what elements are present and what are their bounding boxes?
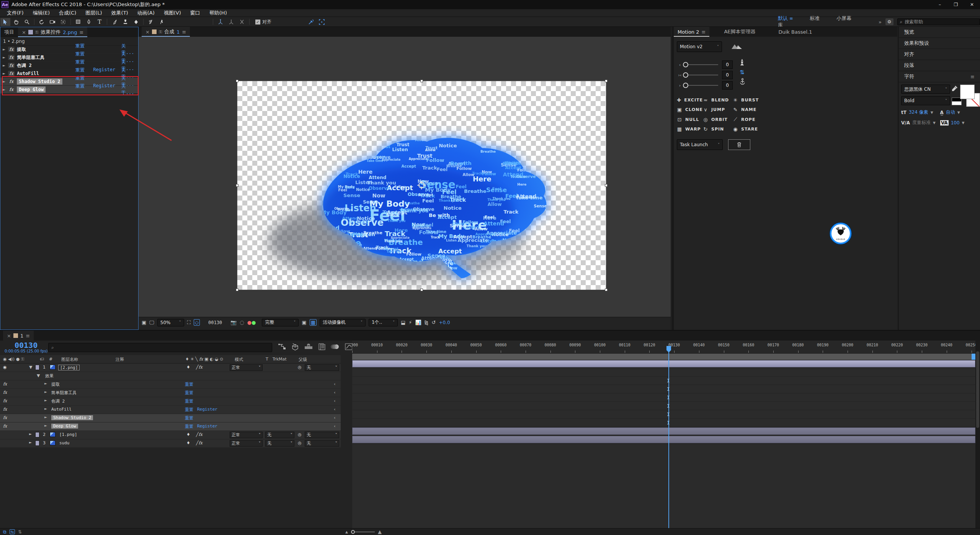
label-color-chip[interactable] <box>35 365 39 370</box>
fill-color-swatch[interactable] <box>960 85 975 99</box>
chevron-down-icon[interactable]: ▼ <box>957 111 960 114</box>
work-area-end[interactable] <box>972 354 975 360</box>
effect-name[interactable]: 色调 2 <box>17 62 31 69</box>
motion-button-warp[interactable]: ▦WARP <box>677 126 703 132</box>
motion-button-jump[interactable]: ∨JUMP <box>703 107 733 113</box>
motion-preset-dropdown[interactable]: Motion v2˅ <box>677 41 722 52</box>
panel-header-段落[interactable]: 段落 <box>899 60 980 71</box>
expand-icon[interactable]: ► <box>44 382 47 385</box>
graph-toggle-icon[interactable]: ⇅ <box>18 529 22 535</box>
tab-project[interactable]: 项目 <box>0 27 18 37</box>
selection-handle[interactable] <box>605 80 608 82</box>
rotate-tool[interactable] <box>37 18 47 26</box>
menu-item[interactable]: 窗口 <box>186 10 205 16</box>
effect-name[interactable]: 简单阻塞工具 <box>51 390 77 396</box>
keyframe-nav-icon[interactable]: ‹ <box>334 382 335 387</box>
layer-name[interactable]: [1.png] <box>59 432 77 437</box>
close-tab-icon[interactable]: × <box>145 29 150 35</box>
workspace-默认[interactable]: 默认 ≡ <box>769 15 801 21</box>
selection-tool[interactable] <box>0 18 10 26</box>
selection-handle[interactable] <box>236 289 238 291</box>
slider-knob[interactable] <box>683 83 688 88</box>
layer-name-column[interactable]: 图层名称 <box>61 357 78 362</box>
expand-icon[interactable]: ► <box>3 72 6 75</box>
slider-knob[interactable] <box>683 62 688 67</box>
effect-reset-link[interactable]: 重置 <box>185 390 193 396</box>
motion-button-orbit[interactable]: ◎ORBIT <box>703 116 733 122</box>
always-preview-icon[interactable]: ▣ <box>142 320 146 325</box>
trkmat-dropdown[interactable]: 无˅ <box>265 432 294 438</box>
motion-button-burst[interactable]: ✳BURST <box>733 97 767 103</box>
selection-handle[interactable] <box>236 80 238 82</box>
effect-reset-link[interactable]: 重置 <box>185 382 193 387</box>
layer-duration-bar[interactable] <box>352 360 975 367</box>
world-axis-mode[interactable] <box>226 18 236 26</box>
shape-tool[interactable] <box>73 18 83 26</box>
tab-timeline-comp[interactable]: × 1 ≡ <box>3 331 34 341</box>
expand-icon[interactable]: ▼ <box>29 365 32 370</box>
selection-handle[interactable] <box>236 184 238 187</box>
slider-value[interactable]: 0 <box>722 81 733 90</box>
chevron-down-icon[interactable]: ▼ <box>931 111 933 114</box>
effect-name[interactable]: 提取 <box>17 46 26 53</box>
tab-ae-script-manager[interactable]: AE脚本管理器 <box>720 27 759 37</box>
effect-reset-link[interactable]: 重置 <box>185 407 193 413</box>
viewer-timecode[interactable]: 00130 <box>208 320 222 325</box>
hand-tool[interactable] <box>11 18 21 26</box>
slider-track[interactable] <box>688 85 718 86</box>
effect-reset-link[interactable]: 重置 <box>185 415 193 421</box>
roi-icon[interactable]: ⛶ <box>187 320 191 326</box>
panel-menu-icon[interactable]: ≡ <box>182 29 186 35</box>
close-tab-icon[interactable]: × <box>22 29 26 35</box>
workspace-gear-icon[interactable]: ⚙ <box>885 18 893 25</box>
font-size-value[interactable]: 324 像素 <box>909 109 928 116</box>
motion-button-spin[interactable]: ↻SPIN <box>703 126 733 132</box>
puppet-pin-tool[interactable] <box>157 18 167 26</box>
timeline-tracks[interactable]: 00000 00010 00020 00030 00040 00050 0006… <box>352 341 975 529</box>
expand-icon[interactable]: ► <box>44 415 47 419</box>
timeline-zoom-slider[interactable] <box>351 530 375 534</box>
panel-menu-icon[interactable]: ≡ <box>970 74 975 80</box>
effects-switch-icon[interactable]: ╱fx <box>196 432 203 437</box>
motion-button-null[interactable]: ⊡NULL <box>677 116 703 122</box>
tracking-value[interactable]: 100 <box>951 120 960 126</box>
layer-name[interactable]: sudu <box>59 440 70 445</box>
flowchart-icon[interactable]: ⧎ <box>425 320 429 325</box>
vertical-scrollbar[interactable] <box>975 341 980 529</box>
view-layout-dropdown[interactable]: 1个..˅ <box>369 319 398 326</box>
quality-icon[interactable]: ♦ <box>186 365 190 370</box>
trkmat-column[interactable]: TrkMat <box>273 357 287 362</box>
comment-column[interactable]: 注释 <box>116 357 124 362</box>
keyframe-nav-icon[interactable]: ‹ <box>334 390 335 395</box>
expand-icon[interactable]: ► <box>44 424 47 427</box>
slider-value[interactable]: 0 <box>722 71 733 79</box>
timeline-search-input[interactable]: ⌕ <box>48 343 272 352</box>
slider-knob[interactable] <box>683 72 688 78</box>
mode-column[interactable]: 模式 <box>235 357 243 362</box>
timeline-effect-row[interactable]: fx ► 简单阻塞工具 重置 ‹ <box>0 389 341 397</box>
magnification-dropdown[interactable]: 50%˅ <box>157 319 184 326</box>
effect-name[interactable]: 提取 <box>51 382 60 387</box>
view-axis-mode[interactable] <box>237 18 247 26</box>
rocket-icon[interactable] <box>740 59 745 68</box>
expand-layers-icon[interactable]: ⧉ <box>3 529 7 535</box>
type-tool[interactable]: T <box>95 18 105 26</box>
close-tab-icon[interactable]: × <box>7 333 11 339</box>
close-button[interactable]: ✕ <box>964 0 980 9</box>
kerning-value[interactable]: 度量标准 <box>912 119 931 126</box>
expand-icon[interactable]: ▼ <box>37 373 40 378</box>
expand-icon[interactable]: ► <box>3 47 6 51</box>
reset-exposure-icon[interactable]: ↺ <box>432 320 436 325</box>
current-timecode[interactable]: 00130 <box>15 341 38 350</box>
layer-row[interactable]: ► 3 sudu ♦ ╱fx 正常˅无˅◎ 无˅ <box>0 439 341 448</box>
workspace-overflow[interactable]: » <box>875 19 885 25</box>
tab-motion2[interactable]: Motion 2 ≡ <box>674 27 709 37</box>
expand-icon[interactable]: ► <box>3 64 6 67</box>
roto-brush-tool[interactable] <box>146 18 156 26</box>
effect-reset-link[interactable]: 重置 <box>185 398 193 404</box>
pixel-aspect-icon[interactable]: ⬓ <box>401 320 405 325</box>
motion-button-clone[interactable]: ▣CLONE <box>677 107 703 113</box>
parent-dropdown[interactable]: 无˅ <box>305 440 339 447</box>
composition-canvas[interactable]: FeelHereSenseMy BodyListenObserveBreathe… <box>237 81 606 290</box>
task-launch-dropdown[interactable]: Task Launch˅ <box>677 139 723 150</box>
